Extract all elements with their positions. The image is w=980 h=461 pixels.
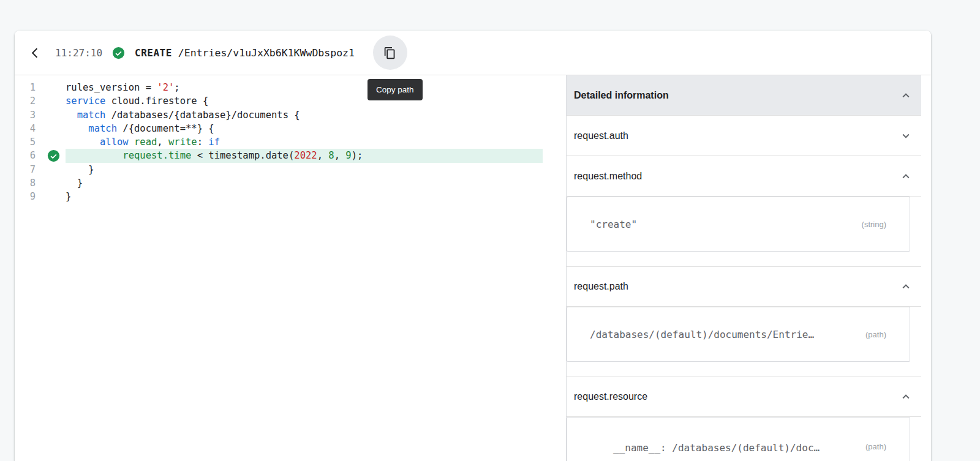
code-text: allow read, write: if [66, 135, 543, 149]
chevron-up-icon [899, 390, 913, 403]
code-text: request.time < timestamp.date(2022, 8, 9… [66, 149, 543, 162]
detail-sections: request.authrequest.method"create"(strin… [567, 116, 921, 461]
detail-card-request-path: /databases/(default)/documents/Entrie…(p… [567, 307, 910, 362]
detail-value-type: (string) [862, 220, 886, 229]
line-number: 5 [15, 135, 36, 149]
code-line-5: 5 allow read, write: if [15, 135, 543, 149]
line-gutter [36, 163, 66, 176]
code-text: match /{document=**} { [66, 122, 543, 135]
line-number: 6 [15, 149, 36, 162]
main-split: 1rules_version = '2';2service cloud.fire… [15, 75, 931, 461]
chevron-up-icon [899, 280, 913, 293]
evaluation-status [112, 47, 125, 59]
section-label: request.method [574, 171, 642, 182]
code-text: } [66, 190, 543, 203]
chevron-down-icon [899, 129, 913, 143]
line-gutter [36, 135, 66, 149]
back-arrow-icon [29, 47, 40, 59]
back-button[interactable] [22, 40, 47, 65]
code-text: } [66, 176, 543, 190]
line-check-icon [47, 149, 60, 162]
code-text: } [66, 163, 543, 176]
code-text: rules_version = '2'; [66, 81, 543, 94]
section-row-request-resource[interactable]: request.resource [567, 377, 921, 417]
section-row-request-auth[interactable]: request.auth [567, 116, 921, 156]
code-line-6: 6 request.time < timestamp.date(2022, 8,… [15, 149, 543, 162]
code-line-7: 7 } [15, 163, 543, 176]
detail-value: "create" [590, 219, 857, 230]
rules-playground-panel: 11:27:10 CREATE /Entries/v1uJxXb6K1KWwDb… [15, 31, 931, 461]
line-number: 3 [15, 108, 36, 122]
code-line-8: 8 } [15, 176, 543, 190]
detail-value: __name__: /databases/(default)/doc… [590, 442, 861, 454]
line-number: 9 [15, 190, 36, 203]
success-check-icon [112, 47, 125, 59]
evaluation-header: 11:27:10 CREATE /Entries/v1uJxXb6K1KWwDb… [15, 31, 931, 75]
section-label: request.path [574, 281, 628, 292]
line-number: 1 [15, 81, 36, 94]
line-number: 8 [15, 176, 36, 190]
line-gutter [36, 122, 66, 135]
copy-icon [383, 47, 396, 59]
chevron-up-icon [899, 89, 913, 102]
line-gutter [36, 176, 66, 190]
code-line-2: 2service cloud.firestore { [15, 94, 543, 108]
code-lines: 1rules_version = '2';2service cloud.fire… [15, 81, 543, 204]
line-gutter [36, 94, 66, 108]
panel-title: Detailed information [574, 90, 669, 101]
line-number: 7 [15, 163, 36, 176]
panel-collapse-control [899, 89, 913, 102]
detail-value-type: (path) [865, 442, 886, 451]
evaluation-timestamp: 11:27:10 [55, 47, 102, 59]
detail-card-request-method: "create"(string) [567, 197, 910, 252]
copy-path-button[interactable] [373, 36, 407, 70]
code-line-4: 4 match /{document=**} { [15, 122, 543, 135]
request-path-label: /Entries/v1uJxXb6K1KWwDbspoz1 [178, 47, 355, 59]
line-gutter [36, 81, 66, 94]
section-row-request-method[interactable]: request.method [567, 156, 921, 197]
line-gutter [36, 190, 66, 203]
detailed-information-panel: Detailed information request.authrequest… [566, 75, 931, 461]
line-status-gutter [36, 149, 66, 162]
line-number: 2 [15, 94, 36, 108]
line-number: 4 [15, 122, 36, 135]
detailed-information-header[interactable]: Detailed information [567, 75, 921, 116]
chevron-up-icon [899, 170, 913, 183]
detail-value-type: (path) [865, 330, 886, 339]
code-text: service cloud.firestore { [66, 94, 543, 108]
code-line-9: 9} [15, 190, 543, 203]
code-text: match /databases/{database}/documents { [66, 108, 543, 122]
request-method-label: CREATE [135, 47, 172, 59]
section-label: request.auth [574, 130, 628, 141]
copy-path-tooltip: Copy path [368, 79, 423, 100]
detail-card-request-resource: __name__: /databases/(default)/doc…(path… [567, 417, 910, 461]
line-gutter [36, 108, 66, 122]
section-label: request.resource [574, 391, 647, 402]
section-row-request-path[interactable]: request.path [567, 266, 921, 307]
code-line-3: 3 match /databases/{database}/documents … [15, 108, 543, 122]
detail-value: /databases/(default)/documents/Entrie… [590, 329, 861, 340]
rules-editor[interactable]: 1rules_version = '2';2service cloud.fire… [15, 75, 566, 461]
code-line-1: 1rules_version = '2'; [15, 81, 543, 94]
